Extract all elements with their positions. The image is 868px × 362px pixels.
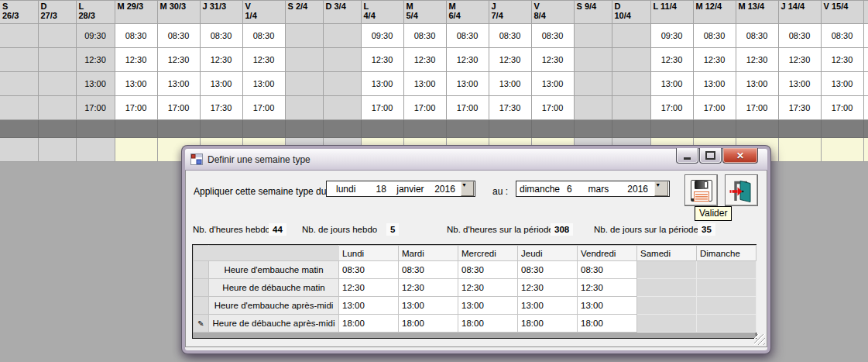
schedule-cell[interactable]: 17:00 (693, 96, 736, 120)
schedule-cell[interactable]: 12:30 (531, 48, 574, 72)
schedule-cell[interactable]: 13:00 (821, 72, 863, 96)
week-time-cell[interactable] (697, 315, 756, 333)
schedule-cell[interactable]: 12:30 (778, 48, 821, 72)
schedule-cell[interactable]: 13:00 (778, 72, 821, 96)
dialog-titlebar[interactable]: Definir une semaine type ✕ (185, 149, 767, 171)
chevron-down-icon[interactable]: ▼ (461, 181, 474, 196)
schedule-cell[interactable]: 13:00 (650, 72, 693, 96)
week-time-cell[interactable]: 18:00 (578, 315, 637, 333)
schedule-tail-cell[interactable] (0, 138, 38, 162)
schedule-cell[interactable]: 13:00 (76, 72, 115, 96)
schedule-cell[interactable]: 08:30 (531, 24, 574, 48)
schedule-cell[interactable] (863, 72, 868, 96)
schedule-cell[interactable]: 09:30 (650, 24, 693, 48)
schedule-cell[interactable] (863, 96, 868, 120)
schedule-cell[interactable]: 12:30 (693, 48, 736, 72)
schedule-cell[interactable] (0, 48, 38, 72)
schedule-cell[interactable] (285, 24, 323, 48)
week-time-cell[interactable]: 12:30 (518, 279, 578, 297)
schedule-cell[interactable] (574, 48, 612, 72)
week-time-cell[interactable]: 12:30 (458, 279, 518, 297)
schedule-cell[interactable]: 08:30 (821, 24, 863, 48)
week-time-cell[interactable] (697, 279, 756, 297)
schedule-cell[interactable]: 09:30 (76, 24, 115, 48)
schedule-cell[interactable] (574, 72, 612, 96)
schedule-cell[interactable]: 17:00 (446, 96, 489, 120)
week-time-cell[interactable] (637, 315, 697, 333)
week-time-cell[interactable]: 12:30 (399, 279, 458, 297)
schedule-cell[interactable]: 13:00 (693, 72, 736, 96)
week-time-cell[interactable]: 18:00 (399, 315, 458, 333)
schedule-cell[interactable]: 08:30 (489, 24, 531, 48)
row-header-cell[interactable] (194, 261, 209, 279)
schedule-cell[interactable]: 08:30 (157, 24, 200, 48)
schedule-cell[interactable]: 12:30 (76, 48, 115, 72)
schedule-cell[interactable]: 08:30 (446, 24, 489, 48)
schedule-cell[interactable] (323, 48, 361, 72)
schedule-tail-cell[interactable] (778, 138, 821, 162)
exit-door-button[interactable] (725, 174, 758, 206)
schedule-tail-cell[interactable] (76, 138, 115, 162)
schedule-tail-cell[interactable] (38, 138, 76, 162)
schedule-cell[interactable]: 12:30 (821, 48, 863, 72)
schedule-cell[interactable]: 08:30 (115, 24, 157, 48)
schedule-cell[interactable]: 12:30 (489, 48, 531, 72)
schedule-cell[interactable]: 09:30 (361, 24, 403, 48)
schedule-cell[interactable]: 17:00 (115, 96, 157, 120)
schedule-cell[interactable] (0, 72, 38, 96)
schedule-cell[interactable]: 08:30 (736, 24, 778, 48)
week-time-cell[interactable]: 08:30 (578, 261, 637, 279)
schedule-cell[interactable]: 17:30 (489, 96, 531, 120)
schedule-cell[interactable] (285, 48, 323, 72)
end-date-combobox[interactable]: dimanche 6 mars 2016 ▼ (516, 181, 670, 197)
schedule-tail-cell[interactable] (821, 138, 863, 162)
week-time-cell[interactable]: 12:30 (339, 279, 399, 297)
schedule-cell[interactable] (323, 96, 361, 120)
schedule-cell[interactable] (863, 24, 868, 48)
week-time-cell[interactable]: 18:00 (339, 315, 399, 333)
week-time-cell[interactable]: 13:00 (518, 297, 578, 315)
schedule-cell[interactable]: 13:00 (531, 72, 574, 96)
schedule-cell[interactable]: 08:30 (693, 24, 736, 48)
schedule-cell[interactable]: 13:00 (489, 72, 531, 96)
schedule-cell[interactable]: 12:30 (403, 48, 446, 72)
schedule-cell[interactable]: 13:00 (736, 72, 778, 96)
schedule-cell[interactable]: 17:00 (242, 96, 285, 120)
schedule-cell[interactable]: 17:00 (736, 96, 778, 120)
schedule-cell[interactable]: 17:00 (650, 96, 693, 120)
schedule-cell[interactable]: 17:30 (778, 96, 821, 120)
schedule-cell[interactable]: 12:30 (446, 48, 489, 72)
schedule-cell[interactable]: 17:00 (76, 96, 115, 120)
schedule-cell[interactable]: 17:00 (821, 96, 863, 120)
schedule-tail-cell[interactable] (115, 138, 157, 162)
schedule-cell[interactable]: 13:00 (242, 72, 285, 96)
chevron-down-icon[interactable]: ▼ (654, 181, 668, 196)
schedule-cell[interactable]: 13:00 (115, 72, 157, 96)
week-time-cell[interactable] (637, 297, 697, 315)
schedule-cell[interactable]: 13:00 (446, 72, 489, 96)
resize-grip[interactable] (754, 334, 765, 345)
schedule-cell[interactable] (612, 72, 650, 96)
schedule-cell[interactable] (38, 96, 76, 120)
week-time-cell[interactable] (637, 279, 697, 297)
week-time-cell[interactable]: 13:00 (399, 297, 458, 315)
week-time-cell[interactable]: 13:00 (578, 297, 637, 315)
schedule-cell[interactable] (38, 24, 76, 48)
close-button[interactable]: ✕ (722, 148, 758, 164)
week-time-cell[interactable]: 08:30 (399, 261, 458, 279)
schedule-cell[interactable] (863, 48, 868, 72)
schedule-cell[interactable]: 12:30 (736, 48, 778, 72)
schedule-cell[interactable] (38, 72, 76, 96)
schedule-cell[interactable]: 17:00 (403, 96, 446, 120)
schedule-cell[interactable] (38, 48, 76, 72)
schedule-cell[interactable] (612, 96, 650, 120)
schedule-cell[interactable]: 13:00 (200, 72, 242, 96)
schedule-cell[interactable]: 08:30 (403, 24, 446, 48)
schedule-cell[interactable] (285, 96, 323, 120)
schedule-cell[interactable] (612, 48, 650, 72)
schedule-cell[interactable] (323, 72, 361, 96)
schedule-cell[interactable] (574, 24, 612, 48)
week-time-cell[interactable]: 08:30 (339, 261, 399, 279)
schedule-tail-cell[interactable] (863, 138, 868, 162)
schedule-cell[interactable]: 12:30 (361, 48, 403, 72)
